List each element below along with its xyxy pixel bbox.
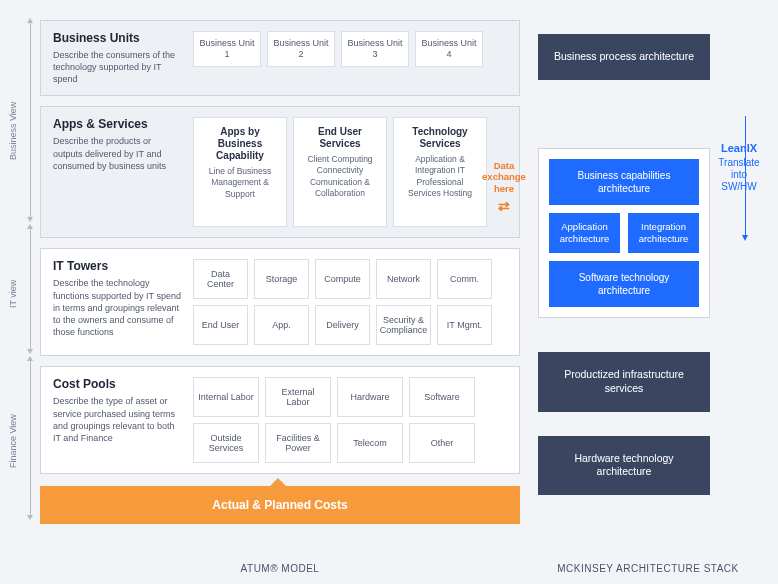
it-towers-section: IT Towers Describe the technology functi… bbox=[40, 248, 520, 356]
tower-tile: End User bbox=[193, 305, 248, 345]
finance-view-label: Finance View bbox=[8, 414, 18, 468]
tower-tile: Comm. bbox=[437, 259, 492, 299]
apps-desc: Describe the products or outputs deliver… bbox=[53, 135, 183, 171]
app-tile-title: End User Services bbox=[300, 126, 380, 150]
tower-tile: IT Mgmt. bbox=[437, 305, 492, 345]
mckinsey-footer-label: MCKINSEY ARCHITECTURE STACK bbox=[538, 553, 758, 574]
tower-tile: App. bbox=[254, 305, 309, 345]
integration-arch-box: Integration architecture bbox=[628, 213, 699, 254]
app-tile-sub: Application & Integration IT Professiona… bbox=[400, 154, 480, 198]
business-unit-tile: Business Unit 4 bbox=[415, 31, 483, 67]
atum-footer-label: ATUM® MODEL bbox=[40, 553, 520, 574]
leanix-text: Translate into SW/HW bbox=[718, 157, 759, 192]
app-tile: End User Services Client Computing Conne… bbox=[293, 117, 387, 227]
cost-tile: Telecom bbox=[337, 423, 403, 463]
apps-title: Apps & Services bbox=[53, 117, 183, 131]
it-view-span bbox=[30, 228, 31, 350]
cost-tile: Software bbox=[409, 377, 475, 417]
business-view-label: Business View bbox=[8, 102, 18, 160]
app-tile-sub: Line of Business Management & Support bbox=[200, 166, 280, 199]
infra-services-box: Productized infrastructure services bbox=[538, 352, 710, 411]
app-tile-title: Apps by Business Capability bbox=[200, 126, 280, 162]
tower-tile: Network bbox=[376, 259, 431, 299]
data-exchange-label: Data exchange here ⇄ bbox=[476, 160, 532, 215]
cost-tile: Outside Services bbox=[193, 423, 259, 463]
cost-tile: Facilities & Power bbox=[265, 423, 331, 463]
hardware-arch-box: Hardware technology architecture bbox=[538, 436, 710, 495]
leanix-blue-group: Business capabilities architecture Appli… bbox=[538, 148, 710, 319]
business-view-span bbox=[30, 22, 31, 218]
app-tile-sub: Client Computing Connectivity Comunicati… bbox=[300, 154, 380, 198]
software-tech-arch-box: Software technology architecture bbox=[549, 261, 699, 307]
bu-desc: Describe the consumers of the technology… bbox=[53, 49, 183, 85]
cost-tile: Hardware bbox=[337, 377, 403, 417]
business-units-section: Business Units Describe the consumers of… bbox=[40, 20, 520, 96]
business-capabilities-arch-box: Business capabilities architecture bbox=[549, 159, 699, 205]
tower-tile: Delivery bbox=[315, 305, 370, 345]
leanix-label: LeanIX Translate into SW/HW bbox=[717, 142, 761, 193]
towers-desc: Describe the technology functions suppor… bbox=[53, 277, 183, 338]
app-tile-title: Technology Services bbox=[400, 126, 480, 150]
leanix-brand: LeanIX bbox=[717, 142, 761, 155]
cost-desc: Describe the type of asset or service pu… bbox=[53, 395, 183, 444]
tower-tile: Data Center bbox=[193, 259, 248, 299]
cost-tile: External Labor bbox=[265, 377, 331, 417]
actual-planned-costs-bar: Actual & Planned Costs bbox=[40, 486, 520, 524]
app-tile: Apps by Business Capability Line of Busi… bbox=[193, 117, 287, 227]
business-unit-tile: Business Unit 2 bbox=[267, 31, 335, 67]
cost-pools-section: Cost Pools Describe the type of asset or… bbox=[40, 366, 520, 474]
data-exchange-text: Data exchange here bbox=[482, 160, 526, 194]
bu-title: Business Units bbox=[53, 31, 183, 45]
business-process-arch-box: Business process architecture bbox=[538, 34, 710, 80]
tower-tile: Security & Compliance bbox=[376, 305, 431, 345]
it-view-label: IT view bbox=[8, 280, 18, 308]
application-arch-box: Application architecture bbox=[549, 213, 620, 254]
finance-view-span bbox=[30, 360, 31, 516]
mckinsey-stack-column: Data exchange here ⇄ Business process ar… bbox=[538, 20, 758, 574]
app-tile: Technology Services Application & Integr… bbox=[393, 117, 487, 227]
apps-services-section: Apps & Services Describe the products or… bbox=[40, 106, 520, 238]
cost-tile: Other bbox=[409, 423, 475, 463]
data-exchange-arrow-icon: ⇄ bbox=[476, 198, 532, 215]
cost-tile: Internal Labor bbox=[193, 377, 259, 417]
tower-tile: Storage bbox=[254, 259, 309, 299]
business-unit-tile: Business Unit 3 bbox=[341, 31, 409, 67]
towers-title: IT Towers bbox=[53, 259, 183, 273]
atum-model-column: Business Units Describe the consumers of… bbox=[40, 20, 520, 574]
business-unit-tile: Business Unit 1 bbox=[193, 31, 261, 67]
tower-tile: Compute bbox=[315, 259, 370, 299]
cost-title: Cost Pools bbox=[53, 377, 183, 391]
